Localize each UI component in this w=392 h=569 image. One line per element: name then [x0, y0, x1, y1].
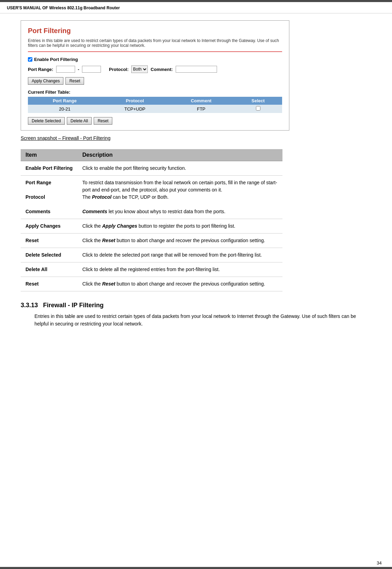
port-separator: - [78, 67, 79, 72]
filter-table: Port Range Protocol Comment Select 20-21… [28, 97, 282, 113]
box-title: Port Filtering [28, 27, 282, 35]
desc-item-port-range: Port RangeProtocolComments [21, 176, 78, 219]
desc-text-apply-changes: Click the Apply Changes button to regist… [78, 219, 282, 234]
manual-title: USER'S MANUAL OF Wireless 802.11g Broadb… [7, 6, 120, 10]
desc-row-delete-all: Delete All Click to delete all the regis… [21, 262, 282, 277]
col-select: Select [234, 97, 282, 105]
box-description: Entries in this table are used to restri… [28, 38, 282, 52]
desc-row-enable-port-filtering: Enable Port Filtering Click to enable th… [21, 161, 282, 176]
desc-col-item: Item [21, 149, 78, 161]
desc-text-delete-all: Click to delete all the registered entri… [78, 262, 282, 277]
col-port-range: Port Range [28, 97, 102, 105]
section-heading: 3.3.13 Firewall - IP Filtering [21, 302, 371, 309]
port-start-input[interactable] [56, 66, 75, 73]
desc-row-apply-changes: Apply Changes Click the Apply Changes bu… [21, 219, 282, 234]
page-number: 34 [377, 560, 382, 566]
cell-select[interactable] [234, 105, 282, 113]
port-filtering-screenshot-box: Port Filtering Entries in this table are… [21, 20, 289, 131]
section-title: Firewall - IP Filtering [43, 302, 104, 309]
desc-row-reset-top: Reset Click the Reset button to abort ch… [21, 234, 282, 248]
desc-item-reset-top: Reset [21, 234, 78, 248]
bottom-button-row: Delete Selected Delete All Reset [28, 117, 282, 125]
page-header: USER'S MANUAL OF Wireless 802.11g Broadb… [0, 2, 392, 13]
desc-item-enable: Enable Port Filtering [21, 161, 78, 176]
desc-col-description: Description [78, 149, 282, 161]
desc-item-delete-all: Delete All [21, 262, 78, 277]
port-range-label: Port Range: [28, 67, 53, 72]
bottom-accent-bar [0, 567, 392, 569]
reset-button-top[interactable]: Reset [65, 77, 84, 85]
enable-port-filtering-label: Enable Port Filtering [34, 57, 78, 62]
enable-port-filtering-checkbox[interactable] [28, 57, 32, 62]
desc-text-delete-selected: Click to delete the selected port range … [78, 248, 282, 262]
desc-item-delete-selected: Delete Selected [21, 248, 78, 262]
section-3313: 3.3.13 Firewall - IP Filtering Entries i… [21, 302, 371, 328]
delete-selected-button[interactable]: Delete Selected [28, 117, 65, 125]
desc-item-reset-bottom: Reset [21, 277, 78, 291]
desc-text-reset-bottom: Click the Reset button to abort change a… [78, 277, 282, 291]
comment-input[interactable] [176, 66, 217, 73]
desc-row-delete-selected: Delete Selected Click to delete the sele… [21, 248, 282, 262]
section-number: 3.3.13 [21, 302, 38, 309]
port-range-row: Port Range: - Protocol: Both TCP UDP Com… [28, 65, 282, 73]
screenshot-caption: Screen snapshot – Firewall - Port Filter… [21, 135, 371, 141]
protocol-label: Protocol: [109, 67, 128, 72]
desc-text-port-range: To restrict data transmission from the l… [78, 176, 282, 219]
cell-port-range: 20-21 [28, 105, 102, 113]
table-row: 20-21 TCP+UDP FTP [28, 105, 282, 113]
comment-label: Comment: [151, 67, 173, 72]
desc-text-enable: Click to enable the port filtering secur… [78, 161, 282, 176]
main-content: Port Filtering Entries in this table are… [0, 13, 392, 338]
col-comment: Comment [168, 97, 234, 105]
reset-button-bottom[interactable]: Reset [94, 117, 112, 125]
cell-protocol: TCP+UDP [102, 105, 168, 113]
select-checkbox[interactable] [256, 106, 260, 111]
col-protocol: Protocol [102, 97, 168, 105]
desc-item-apply-changes: Apply Changes [21, 219, 78, 234]
apply-changes-button[interactable]: Apply Changes [28, 77, 63, 85]
current-filter-label: Current Filter Table: [28, 90, 282, 95]
enable-row: Enable Port Filtering [28, 57, 282, 62]
delete-all-button[interactable]: Delete All [67, 117, 92, 125]
desc-text-reset-top: Click the Reset button to abort change a… [78, 234, 282, 248]
protocol-select[interactable]: Both TCP UDP [131, 65, 148, 73]
top-button-row: Apply Changes Reset [28, 77, 282, 85]
section-text: Entries in this table are used to restri… [21, 312, 371, 328]
desc-row-port-range: Port RangeProtocolComments To restrict d… [21, 176, 282, 219]
cell-comment: FTP [168, 105, 234, 113]
desc-row-reset-bottom: Reset Click the Reset button to abort ch… [21, 277, 282, 291]
port-end-input[interactable] [82, 66, 101, 73]
description-table: Item Description Enable Port Filtering C… [21, 149, 282, 291]
